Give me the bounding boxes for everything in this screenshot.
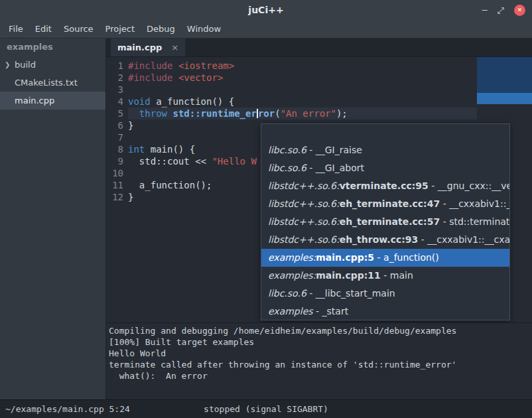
- tab-bar: main.cpp ×: [106, 38, 532, 57]
- code-line: 1#include <iostream>: [106, 60, 532, 72]
- frame-symbol: - __cxxabiv1::__cxa_thro: [418, 234, 509, 245]
- output-line: what(): An error: [109, 370, 529, 382]
- stack-frame-item[interactable]: libstdc++.so.6:eh_terminate.cc:47 - __cx…: [261, 195, 509, 213]
- tab-close-icon[interactable]: ×: [171, 42, 178, 52]
- frame-symbol: - __cxxabiv1::__term: [440, 198, 509, 209]
- titlebar: juCi++ ─⤢✕: [0, 0, 532, 20]
- stack-frame-item[interactable]: libstdc++.so.6:eh_throw.cc:93 - __cxxabi…: [261, 231, 509, 249]
- code-line: 5 throw std::runtime_error("An error");: [106, 107, 532, 119]
- line-number: 12: [106, 191, 128, 203]
- code-text: throw std::runtime_error("An error");: [128, 107, 348, 119]
- stack-frame-item[interactable]: libstdc++.so.6:vterminate.cc:95 - __gnu_…: [261, 177, 509, 195]
- frame-module: examples: [268, 306, 313, 316]
- code-text: #include <iostream>: [128, 60, 234, 72]
- frame-symbol: - main: [381, 270, 413, 281]
- frame-location: eh_terminate.cc:47: [340, 198, 440, 209]
- menu-item-edit[interactable]: Edit: [29, 20, 58, 38]
- menu-item-source[interactable]: Source: [58, 20, 100, 38]
- line-number: 1: [106, 60, 128, 72]
- stack-frame-list: libc.so.6 - __GI_raiselibc.so.6 - __GI_a…: [261, 141, 509, 320]
- code-text: std::cout << "Hello W: [128, 155, 257, 167]
- frame-module: libstdc++.so.6:: [268, 216, 340, 227]
- restore-button[interactable]: ⤢: [498, 6, 504, 15]
- code-token: std::cout <<: [128, 156, 212, 167]
- code-token: #include: [128, 72, 172, 83]
- frame-symbol: - __libc_start_main: [306, 288, 395, 299]
- code-token: );: [336, 108, 348, 119]
- code-token: (: [275, 108, 280, 119]
- line-number: 5: [106, 107, 128, 119]
- frame-module: libc.so.6: [268, 145, 306, 155]
- code-text: a_function();: [128, 179, 212, 191]
- line-number: 10: [106, 167, 128, 179]
- code-text: }: [128, 191, 133, 203]
- code-token: throw: [139, 108, 167, 119]
- status-file-position: ~/examples/main.cpp 5:24: [5, 404, 130, 414]
- code-line: 4void a_function() {: [106, 96, 532, 107]
- code-token: a_function();: [128, 180, 212, 190]
- project-name-header: examples: [0, 38, 105, 56]
- stack-frame-item[interactable]: examples - _start: [261, 303, 509, 320]
- menu-item-debug[interactable]: Debug: [141, 20, 181, 38]
- output-panel[interactable]: Compiling and debugging /home/eidheim/ex…: [106, 322, 532, 399]
- frame-module: examples:: [268, 252, 316, 263]
- line-number: 4: [106, 96, 128, 107]
- frame-location: eh_terminate.cc:57: [340, 216, 440, 227]
- stack-frame-item[interactable]: libc.so.6 - __libc_start_main: [261, 285, 509, 303]
- minimize-button[interactable]: ─: [482, 6, 488, 15]
- menu-item-window[interactable]: Window: [181, 20, 227, 38]
- file-tree: ❯buildCMakeLists.txtmain.cpp: [0, 56, 105, 109]
- code-token: [172, 60, 178, 71]
- code-text: }: [128, 119, 133, 131]
- stack-frame-item[interactable]: libc.so.6 - __GI_abort: [261, 159, 509, 177]
- status-bar: ~/examples/main.cpp 5:24 stopped (signal…: [0, 399, 532, 418]
- code-token: }: [128, 120, 133, 131]
- sidebar-item-label: main.cpp: [15, 96, 54, 105]
- frame-module: libstdc++.so.6:: [268, 234, 340, 245]
- close-button[interactable]: ✕: [514, 5, 525, 16]
- code-token: ror: [258, 108, 275, 119]
- menu-item-project[interactable]: Project: [100, 20, 141, 38]
- code-token: <iostream>: [178, 60, 234, 71]
- stack-frame-item[interactable]: libstdc++.so.6:eh_terminate.cc:57 - std:…: [261, 213, 509, 231]
- code-token: int: [128, 144, 145, 155]
- code-text: void a_function() {: [128, 96, 234, 107]
- output-line: Compiling and debugging /home/eidheim/ex…: [109, 325, 529, 336]
- code-token: a_function() {: [151, 96, 234, 107]
- code-editor[interactable]: 1#include <iostream>2#include <vector>34…: [106, 57, 532, 322]
- sidebar-item-main-cpp[interactable]: main.cpp: [0, 92, 105, 109]
- frame-module: libstdc++.so.6:: [268, 180, 340, 191]
- code-token: void: [128, 96, 151, 107]
- window-title: juCi++: [0, 0, 532, 20]
- menu-item-file[interactable]: File: [3, 20, 29, 38]
- frame-location: vterminate.cc:95: [340, 180, 429, 191]
- line-number: 11: [106, 179, 128, 191]
- sidebar-item-build[interactable]: ❯build: [0, 56, 105, 74]
- window-controls: ─⤢✕: [482, 0, 525, 20]
- frame-location: main.cpp:5: [316, 252, 374, 263]
- sidebar-item-cmakelists-txt[interactable]: CMakeLists.txt: [0, 74, 105, 92]
- frame-module: examples:: [268, 270, 316, 281]
- stack-frame-item[interactable]: examples:main.cpp:5 - a_function(): [261, 249, 509, 267]
- line-number: 3: [106, 84, 128, 96]
- frame-module: libstdc++.so.6:: [268, 198, 340, 209]
- frame-location: main.cpp:11: [316, 270, 381, 281]
- code-text: int main() {: [128, 143, 195, 155]
- line-number: 8: [106, 143, 128, 155]
- frame-symbol: - __gnu_cxx::__verbos: [429, 180, 509, 191]
- code-token: "Hello W: [212, 156, 256, 167]
- tab-main-cpp[interactable]: main.cpp ×: [111, 38, 185, 56]
- output-line: [100%] Built target examples: [109, 336, 529, 348]
- stack-frame-item[interactable]: examples:main.cpp:11 - main: [261, 267, 509, 285]
- line-number: 9: [106, 155, 128, 167]
- code-token: }: [128, 192, 133, 202]
- menubar: FileEditSourceProjectDebugWindow: [0, 20, 532, 38]
- code-token: std::runtime_er: [172, 108, 256, 119]
- line-number: 6: [106, 119, 128, 131]
- stack-frame-item[interactable]: libc.so.6 - __GI_raise: [261, 141, 509, 159]
- code-line: 2#include <vector>: [106, 72, 532, 84]
- line-number: 2: [106, 72, 128, 84]
- main-body: examples ❯buildCMakeLists.txtmain.cpp ma…: [0, 38, 532, 399]
- sidebar: examples ❯buildCMakeLists.txtmain.cpp: [0, 38, 106, 399]
- frame-symbol: - _start: [313, 306, 349, 316]
